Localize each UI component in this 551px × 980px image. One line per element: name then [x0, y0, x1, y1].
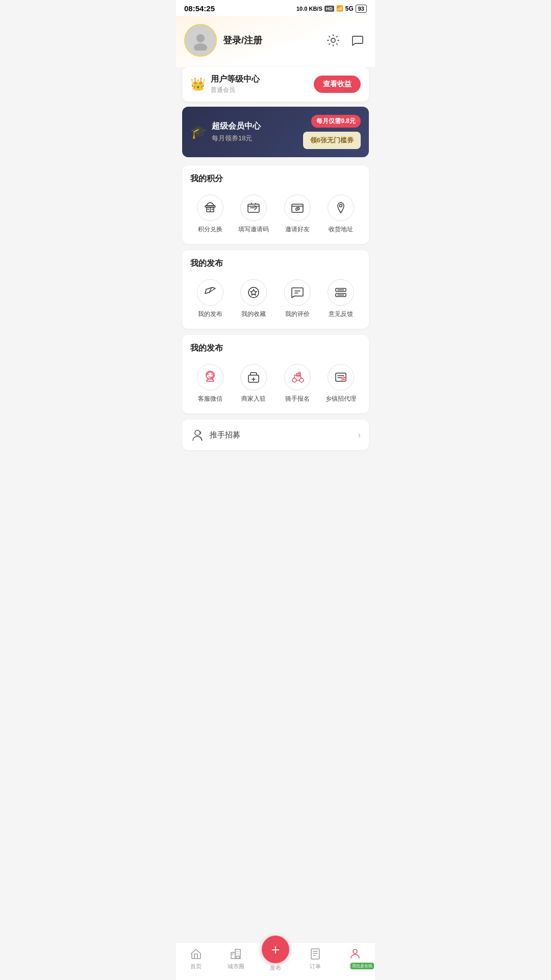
- my-publish-item[interactable]: 我的发布: [190, 277, 230, 321]
- delivery-address-item[interactable]: 收货地址: [321, 192, 361, 236]
- my-publish-title: 我的发布: [190, 258, 361, 269]
- promoter-banner[interactable]: 推手招募 ›: [182, 420, 369, 450]
- status-bar: 08:54:25 10.0 KB/S HD 📶 5G 93: [176, 0, 375, 16]
- my-points-section: 我的积分 积分兑换: [182, 165, 369, 244]
- status-time: 08:54:25: [184, 4, 215, 13]
- svg-point-11: [340, 205, 342, 207]
- customer-wechat-item[interactable]: 客服微信: [190, 362, 230, 405]
- fill-invite-code-label: 填写邀请码: [238, 225, 269, 234]
- avatar[interactable]: [184, 24, 217, 57]
- graduation-icon: 🎓: [190, 124, 207, 140]
- fill-invite-code-icon: [240, 194, 267, 221]
- vip-texts: 用户等级中心 普通会员: [211, 74, 260, 94]
- super-vip-left: 🎓 超级会员中心 每月领券18元: [190, 121, 261, 143]
- merchant-join-icon: [240, 364, 267, 390]
- my-services-title: 我的发布: [190, 343, 361, 354]
- settings-button[interactable]: [324, 31, 342, 50]
- my-reviews-label: 我的评价: [285, 310, 310, 318]
- vip-subtitle: 普通会员: [211, 86, 260, 94]
- rider-signup-item[interactable]: 骑手报名: [278, 362, 317, 405]
- my-points-title: 我的积分: [190, 174, 361, 184]
- svg-point-33: [195, 430, 200, 435]
- message-button[interactable]: [348, 31, 367, 50]
- my-publish-label: 我的发布: [198, 310, 222, 318]
- svg-point-20: [208, 374, 209, 375]
- invite-friends-icon: [284, 194, 311, 221]
- delivery-address-icon: [328, 194, 354, 221]
- delivery-address-label: 收货地址: [329, 225, 353, 234]
- promoter-left: 推手招募: [190, 428, 240, 442]
- svg-rect-8: [248, 204, 259, 212]
- wifi-icon: 📶: [336, 5, 343, 12]
- my-publish-section: 我的发布 我的发布 我的收藏: [182, 250, 369, 329]
- super-vip-texts: 超级会员中心 每月领券18元: [212, 121, 261, 143]
- customer-wechat-label: 客服微信: [198, 395, 222, 403]
- svg-point-0: [196, 34, 205, 42]
- feedback-label: 意见反馈: [329, 310, 353, 318]
- my-publish-grid: 我的发布 我的收藏 我的评价: [190, 277, 361, 321]
- points-exchange-label: 积分兑换: [198, 225, 222, 234]
- svg-point-12: [248, 287, 259, 298]
- invite-friends-item[interactable]: 邀请好友: [278, 192, 317, 236]
- signal-icon: 5G: [345, 5, 354, 12]
- my-points-grid: 积分兑换 填写邀请码: [190, 192, 361, 236]
- super-vip-card: 🎓 超级会员中心 每月领券18元 每月仅需9.8元 领6张无门槛券: [182, 107, 369, 157]
- svg-point-21: [211, 374, 212, 375]
- my-services-section: 我的发布 客服微信: [182, 335, 369, 413]
- profile-left: 登录/注册: [184, 24, 262, 57]
- merchant-join-item[interactable]: 商家入驻: [234, 362, 274, 405]
- vip-level-card: 👑 用户等级中心 普通会员 查看收益: [182, 67, 369, 102]
- super-vip-subtitle: 每月领券18元: [212, 134, 261, 143]
- my-reviews-icon: [284, 279, 311, 306]
- svg-point-2: [331, 38, 335, 42]
- battery-icon: 93: [356, 5, 367, 13]
- svg-point-6: [208, 209, 209, 210]
- promoter-label: 推手招募: [210, 430, 240, 440]
- points-exchange-item[interactable]: 积分兑换: [190, 192, 230, 236]
- svg-point-28: [298, 372, 300, 374]
- rural-agent-icon: [328, 364, 354, 390]
- super-vip-title: 超级会员中心: [212, 121, 261, 132]
- view-earnings-button[interactable]: 查看收益: [314, 76, 361, 93]
- get-coupon-button[interactable]: 领6张无门槛券: [303, 132, 361, 149]
- merchant-join-label: 商家入驻: [241, 395, 266, 403]
- rural-agent-label: 乡镇招代理: [325, 395, 356, 403]
- status-icons: 10.0 KB/S HD 📶 5G 93: [296, 5, 367, 13]
- svg-point-1: [194, 43, 207, 51]
- feedback-icon: [328, 279, 354, 306]
- header-actions: [324, 31, 367, 50]
- hd-badge: HD: [324, 6, 334, 12]
- chevron-right-icon: ›: [358, 430, 361, 440]
- login-register-link[interactable]: 登录/注册: [223, 34, 262, 46]
- svg-point-26: [299, 378, 304, 382]
- my-publish-icon: [197, 279, 223, 306]
- rider-signup-icon: [284, 364, 311, 390]
- fill-invite-code-item[interactable]: 填写邀请码: [234, 192, 274, 236]
- rider-signup-label: 骑手报名: [285, 395, 310, 403]
- svg-point-25: [292, 378, 296, 382]
- my-favorites-icon: [240, 279, 267, 306]
- feedback-item[interactable]: 意见反馈: [321, 277, 361, 321]
- my-favorites-label: 我的收藏: [241, 310, 266, 318]
- points-exchange-icon: [197, 194, 223, 221]
- vip-left: 👑 用户等级中心 普通会员: [190, 74, 260, 94]
- crown-icon: 👑: [190, 77, 206, 91]
- my-favorites-item[interactable]: 我的收藏: [234, 277, 274, 321]
- network-speed: 10.0 KB/S: [296, 6, 322, 12]
- rural-agent-item[interactable]: 乡镇招代理: [321, 362, 361, 405]
- svg-point-7: [212, 209, 213, 210]
- my-services-grid: 客服微信 商家入驻: [190, 362, 361, 405]
- promoter-icon: [190, 428, 205, 442]
- profile-header: 登录/注册: [176, 16, 375, 67]
- super-vip-right: 每月仅需9.8元 领6张无门槛券: [303, 115, 361, 149]
- price-badge: 每月仅需9.8元: [311, 115, 361, 128]
- vip-title: 用户等级中心: [211, 74, 260, 85]
- customer-wechat-icon: [197, 364, 223, 390]
- invite-friends-label: 邀请好友: [285, 225, 310, 234]
- my-reviews-item[interactable]: 我的评价: [278, 277, 317, 321]
